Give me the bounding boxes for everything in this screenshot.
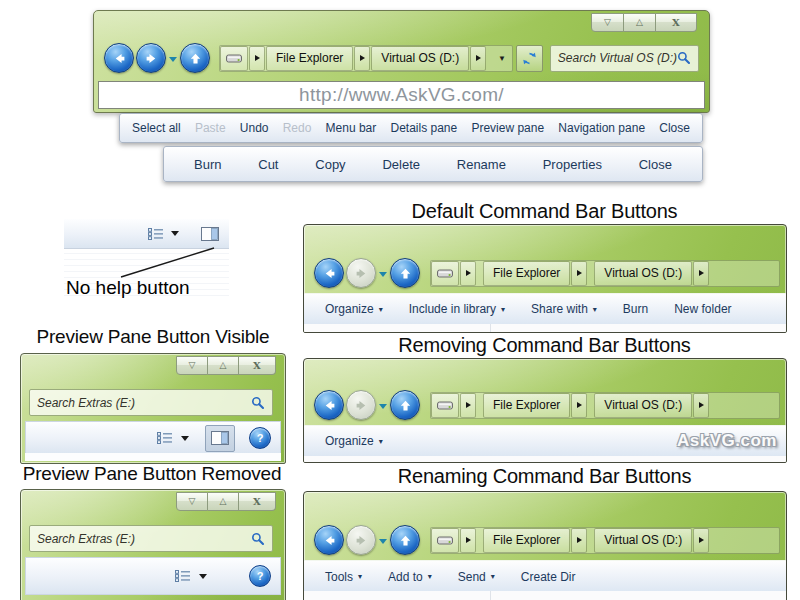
cmd-tools[interactable]: Tools ▾: [312, 561, 375, 592]
breadcrumb-arrow-icon[interactable]: [249, 46, 265, 71]
breadcrumb-virtual-os[interactable]: Virtual OS (D:): [594, 393, 692, 418]
preview-pane-icon[interactable]: [201, 227, 219, 241]
toolbar-item-navigation-pane[interactable]: Navigation pane: [558, 121, 645, 135]
search-icon[interactable]: [251, 396, 265, 410]
address-bar[interactable]: File Explorer Virtual OS (D:) ▼: [219, 45, 513, 72]
back-button[interactable]: [314, 390, 344, 420]
address-bar[interactable]: File Explorer Virtual OS (D:): [430, 392, 780, 419]
forward-button[interactable]: [136, 43, 166, 73]
toolbar-item-close[interactable]: Close: [659, 121, 690, 135]
search-input[interactable]: Search Extras (E:): [29, 389, 273, 416]
search-input[interactable]: Search Virtual OS (D:): [550, 45, 699, 72]
recent-pages-dropdown-icon[interactable]: [379, 272, 387, 281]
cmd-burn[interactable]: Burn: [610, 294, 661, 324]
toolbar-item-preview-pane[interactable]: Preview pane: [471, 121, 544, 135]
views-icon[interactable]: [148, 228, 164, 240]
cmd-add-to[interactable]: Add to ▾: [375, 561, 445, 592]
back-button[interactable]: [314, 258, 344, 288]
preview-pane-button[interactable]: [205, 425, 235, 452]
breadcrumb-arrow-icon[interactable]: [460, 261, 476, 286]
window-content: http://www.AskVG.com/: [98, 81, 705, 109]
forward-arrow-icon: [144, 51, 159, 66]
views-icon[interactable]: [157, 432, 173, 444]
address-bar[interactable]: File Explorer Virtual OS (D:): [430, 527, 780, 554]
cmd-new-folder[interactable]: New folder: [661, 294, 744, 324]
toolbar-item-close2[interactable]: Close: [639, 157, 672, 172]
minimize-button[interactable]: ▽: [176, 356, 208, 375]
up-button[interactable]: [390, 390, 420, 420]
views-dropdown-icon[interactable]: [181, 436, 189, 445]
close-button[interactable]: X: [239, 356, 276, 375]
views-icon[interactable]: [175, 570, 191, 582]
help-icon: ?: [257, 432, 264, 444]
up-button[interactable]: [390, 525, 420, 555]
back-button[interactable]: [104, 43, 134, 73]
location-icon-button[interactable]: [431, 528, 459, 553]
breadcrumb-file-explorer[interactable]: File Explorer: [483, 528, 570, 553]
breadcrumb-file-explorer[interactable]: File Explorer: [266, 46, 353, 71]
location-icon-button[interactable]: [220, 46, 248, 71]
breadcrumb-file-explorer[interactable]: File Explorer: [483, 393, 570, 418]
url-text: http://www.AskVG.com/: [299, 84, 504, 106]
content-strip: [304, 591, 786, 600]
toolbar-item-cut[interactable]: Cut: [258, 157, 278, 172]
dropdown-caret-icon: ▾: [358, 572, 362, 581]
cmd-send[interactable]: Send ▾: [445, 561, 508, 592]
minimize-button[interactable]: ▽: [591, 13, 624, 32]
breadcrumb-virtual-os[interactable]: Virtual OS (D:): [594, 528, 692, 553]
refresh-button[interactable]: [516, 45, 543, 72]
breadcrumb-arrow-icon[interactable]: [571, 261, 587, 286]
up-button[interactable]: [180, 43, 210, 73]
search-icon[interactable]: [251, 532, 265, 546]
maximize-icon: △: [220, 361, 227, 370]
close-button[interactable]: X: [656, 13, 697, 32]
cmd-label: Tools: [325, 570, 353, 584]
breadcrumb-arrow-icon[interactable]: [470, 46, 486, 71]
maximize-button[interactable]: △: [208, 492, 239, 511]
breadcrumb-arrow-icon[interactable]: [460, 528, 476, 553]
breadcrumb-virtual-os[interactable]: Virtual OS (D:): [594, 261, 692, 286]
up-button[interactable]: [390, 258, 420, 288]
breadcrumb-arrow-icon[interactable]: [571, 393, 587, 418]
maximize-button[interactable]: △: [624, 13, 656, 32]
toolbar-item-details-pane[interactable]: Details pane: [390, 121, 457, 135]
cmd-create-dir[interactable]: Create Dir: [508, 561, 589, 592]
breadcrumb-arrow-icon[interactable]: [693, 528, 709, 553]
toolbar-item-rename[interactable]: Rename: [457, 157, 506, 172]
toolbar-item-copy[interactable]: Copy: [315, 157, 345, 172]
cmd-share-with[interactable]: Share with ▾: [518, 294, 610, 324]
recent-pages-dropdown-icon[interactable]: [379, 539, 387, 548]
views-dropdown-icon[interactable]: [199, 574, 207, 583]
toolbar-item-properties[interactable]: Properties: [543, 157, 602, 172]
help-button[interactable]: ?: [249, 565, 271, 587]
breadcrumb-virtual-os[interactable]: Virtual OS (D:): [371, 46, 469, 71]
cmd-organize[interactable]: Organize ▾: [312, 426, 396, 456]
recent-pages-dropdown-icon[interactable]: [379, 404, 387, 413]
breadcrumb-arrow-icon[interactable]: [693, 393, 709, 418]
close-button[interactable]: X: [239, 492, 276, 511]
toolbar-item-undo[interactable]: Undo: [240, 121, 269, 135]
toolbar-item-menu-bar[interactable]: Menu bar: [326, 121, 377, 135]
help-button[interactable]: ?: [249, 427, 271, 449]
recent-pages-dropdown-icon[interactable]: [169, 57, 177, 66]
views-dropdown-icon[interactable]: [171, 231, 179, 240]
search-input[interactable]: Search Extras (E:): [29, 525, 273, 552]
location-icon-button[interactable]: [431, 393, 459, 418]
breadcrumb-file-explorer[interactable]: File Explorer: [483, 261, 570, 286]
search-icon[interactable]: [677, 51, 691, 65]
address-dropdown-icon[interactable]: ▼: [492, 54, 512, 63]
toolbar-item-delete[interactable]: Delete: [382, 157, 420, 172]
cmd-organize[interactable]: Organize ▾: [312, 294, 396, 324]
back-button[interactable]: [314, 525, 344, 555]
breadcrumb-arrow-icon[interactable]: [693, 261, 709, 286]
toolbar-item-burn[interactable]: Burn: [194, 157, 221, 172]
cmd-include-in-library[interactable]: Include in library ▾: [396, 294, 518, 324]
location-icon-button[interactable]: [431, 261, 459, 286]
toolbar-item-select-all[interactable]: Select all: [132, 121, 181, 135]
breadcrumb-arrow-icon[interactable]: [571, 528, 587, 553]
breadcrumb-arrow-icon[interactable]: [460, 393, 476, 418]
minimize-button[interactable]: ▽: [176, 492, 208, 511]
maximize-button[interactable]: △: [208, 356, 239, 375]
breadcrumb-arrow-icon[interactable]: [354, 46, 370, 71]
address-bar[interactable]: File Explorer Virtual OS (D:): [430, 260, 780, 287]
